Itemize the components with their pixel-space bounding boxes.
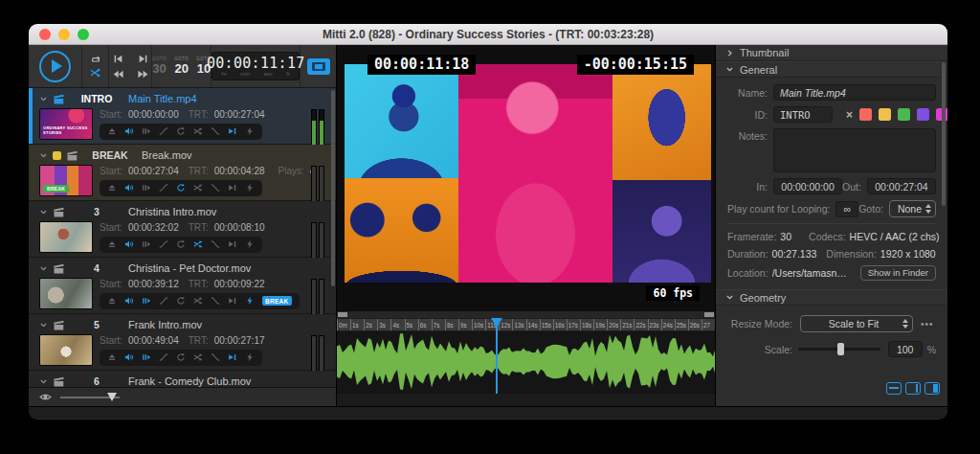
speaker-icon[interactable] bbox=[124, 352, 134, 362]
playhead[interactable] bbox=[496, 318, 498, 394]
shuffle-icon[interactable] bbox=[193, 183, 203, 193]
chevron-down-icon[interactable] bbox=[39, 264, 48, 273]
zoom-button[interactable] bbox=[78, 29, 89, 40]
speaker-icon[interactable] bbox=[124, 239, 134, 249]
name-field[interactable] bbox=[773, 84, 936, 101]
cue-row-6[interactable]: 6Frank - Comedy Club.mov bbox=[29, 371, 336, 387]
next-cue-icon[interactable] bbox=[138, 54, 148, 64]
opacity-slider[interactable] bbox=[60, 397, 120, 398]
skip-end-icon[interactable] bbox=[228, 296, 237, 306]
close-button[interactable] bbox=[39, 29, 51, 40]
section-thumbnail[interactable]: Thumbnail bbox=[716, 45, 947, 61]
opacity-slider-handle[interactable] bbox=[107, 393, 117, 401]
fade-out-icon[interactable] bbox=[211, 239, 220, 249]
goto-20-button[interactable]: GOTO 20 bbox=[174, 57, 189, 76]
lightning-icon[interactable] bbox=[245, 126, 255, 136]
step-icon[interactable] bbox=[142, 183, 151, 193]
playcount-field[interactable]: ∞ bbox=[835, 201, 858, 217]
eject-icon[interactable] bbox=[107, 126, 117, 136]
eject-icon[interactable] bbox=[107, 183, 117, 193]
id-field[interactable] bbox=[773, 106, 833, 123]
scale-slider-handle[interactable] bbox=[837, 343, 844, 355]
loop-icon[interactable] bbox=[176, 239, 186, 249]
skip-end-icon[interactable] bbox=[228, 183, 237, 193]
timeline-scroll-handle-left[interactable] bbox=[338, 312, 347, 317]
skip-end-icon[interactable] bbox=[228, 126, 237, 136]
scale-slider[interactable] bbox=[798, 348, 880, 351]
color-swatch[interactable] bbox=[879, 108, 891, 121]
notes-field[interactable] bbox=[773, 128, 936, 172]
cue-row-3[interactable]: 3Christina Intro.movStart:00:00:32:02TRT… bbox=[29, 201, 336, 258]
fade-out-icon[interactable] bbox=[211, 296, 220, 306]
eject-icon[interactable] bbox=[107, 296, 117, 306]
fade-in-icon[interactable] bbox=[159, 296, 168, 306]
speaker-icon[interactable] bbox=[124, 126, 134, 136]
chevron-down-icon[interactable] bbox=[39, 377, 48, 386]
fit-width-icon[interactable] bbox=[886, 382, 902, 395]
skip-end-icon[interactable] bbox=[228, 239, 237, 249]
lightning-icon[interactable] bbox=[245, 352, 255, 362]
toggle-inspector-icon[interactable] bbox=[924, 382, 940, 395]
repeat-icon[interactable] bbox=[90, 54, 101, 65]
step-icon[interactable] bbox=[142, 352, 151, 362]
lightning-icon[interactable] bbox=[245, 296, 255, 306]
cue-row-intro[interactable]: INTROMain Title.mp4ORDINARY SUCCESS STOR… bbox=[29, 88, 336, 145]
shuffle-icon[interactable] bbox=[193, 352, 203, 362]
fast-forward-icon[interactable] bbox=[138, 69, 148, 79]
previous-cue-icon[interactable] bbox=[113, 54, 123, 64]
timeline-scroll-handle-right[interactable] bbox=[704, 312, 714, 317]
fade-in-icon[interactable] bbox=[159, 352, 168, 362]
chevron-down-icon[interactable] bbox=[39, 208, 48, 216]
eye-icon[interactable] bbox=[39, 391, 52, 403]
step-icon[interactable] bbox=[142, 126, 151, 136]
fade-out-icon[interactable] bbox=[211, 126, 220, 136]
play-button[interactable] bbox=[39, 51, 71, 82]
cue-list-scrollbar[interactable] bbox=[331, 90, 335, 286]
minimize-button[interactable] bbox=[58, 29, 70, 40]
color-swatch[interactable] bbox=[898, 108, 910, 121]
speaker-icon[interactable] bbox=[124, 296, 134, 306]
color-swatch[interactable] bbox=[859, 108, 872, 121]
shuffle-icon[interactable] bbox=[90, 67, 101, 79]
inspector-scrollbar[interactable] bbox=[942, 62, 946, 206]
more-options-button[interactable]: ••• bbox=[921, 319, 934, 329]
skip-end-icon[interactable] bbox=[228, 352, 237, 362]
step-icon[interactable] bbox=[142, 296, 151, 306]
fade-out-icon[interactable] bbox=[211, 352, 220, 362]
speaker-icon[interactable] bbox=[124, 183, 134, 193]
loop-icon[interactable] bbox=[176, 296, 186, 306]
section-general[interactable]: General bbox=[716, 61, 947, 78]
chevron-down-icon[interactable] bbox=[39, 151, 48, 160]
color-swatch[interactable] bbox=[917, 108, 929, 121]
cue-row-5[interactable]: 5Frank Intro.movStart:00:00:49:04TRT:00:… bbox=[29, 314, 336, 371]
timeline-scrollbar[interactable] bbox=[337, 311, 715, 318]
lightning-icon[interactable] bbox=[245, 183, 255, 193]
fullscreen-button[interactable] bbox=[307, 58, 330, 75]
rewind-icon[interactable] bbox=[113, 69, 123, 79]
fade-in-icon[interactable] bbox=[159, 183, 168, 193]
resize-mode-dropdown[interactable]: Scale to Fit bbox=[800, 315, 913, 332]
in-field[interactable]: 00:00:00:00 bbox=[773, 178, 842, 194]
section-geometry[interactable]: Geometry bbox=[716, 289, 947, 306]
fade-in-icon[interactable] bbox=[159, 239, 168, 249]
step-icon[interactable] bbox=[142, 239, 151, 249]
lightning-icon[interactable] bbox=[245, 239, 255, 249]
shuffle-icon[interactable] bbox=[193, 126, 203, 136]
shuffle-icon[interactable] bbox=[193, 296, 203, 306]
loop-icon[interactable] bbox=[176, 126, 186, 136]
shuffle-icon[interactable] bbox=[193, 239, 203, 249]
toggle-panel-icon[interactable] bbox=[905, 382, 921, 395]
chevron-down-icon[interactable] bbox=[39, 95, 48, 103]
eject-icon[interactable] bbox=[107, 239, 117, 249]
clear-color-icon[interactable]: × bbox=[846, 108, 853, 122]
chevron-down-icon[interactable] bbox=[39, 321, 48, 329]
cue-row-break[interactable]: BREAKBreak.movBREAKStart:00:00:27:04TRT:… bbox=[29, 145, 336, 201]
goto-dropdown[interactable]: None bbox=[889, 200, 936, 217]
out-field[interactable]: 00:00:27:04 bbox=[867, 178, 936, 194]
fade-in-icon[interactable] bbox=[159, 126, 168, 136]
eject-icon[interactable] bbox=[107, 352, 117, 362]
loop-icon[interactable] bbox=[176, 352, 186, 362]
scale-value-field[interactable]: 100 bbox=[888, 341, 923, 357]
cue-row-4[interactable]: 4Christina - Pet Doctor.movStart:00:00:3… bbox=[29, 258, 336, 314]
loop-icon[interactable] bbox=[176, 183, 186, 193]
